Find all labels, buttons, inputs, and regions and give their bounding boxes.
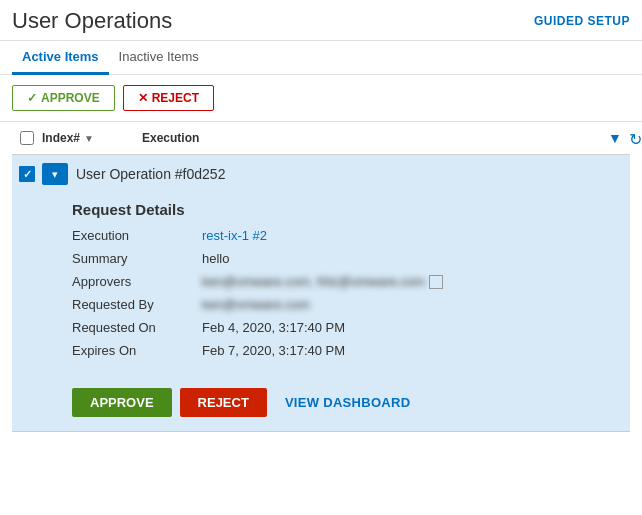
summary-value: hello xyxy=(202,251,229,266)
approve-top-button[interactable]: ✓ APPROVE xyxy=(12,85,115,111)
expand-collapse-button[interactable]: ▾ xyxy=(42,163,68,185)
row-header: ▾ User Operation #f0d252 xyxy=(12,155,630,193)
action-toolbar: ✓ APPROVE ✕ REJECT xyxy=(0,75,642,122)
summary-label: Summary xyxy=(72,251,202,266)
sort-icon[interactable]: ▼ xyxy=(84,133,94,144)
tabs-bar: Active Items Inactive Items xyxy=(0,41,642,75)
index-column-header: Index# ▼ xyxy=(42,131,142,145)
details-section: Request Details Execution rest-ix-1 #2 S… xyxy=(12,193,630,374)
approvers-value-group: ken@vmware.com, fritz@vmware.com xyxy=(202,274,443,289)
approvers-value: ken@vmware.com, fritz@vmware.com xyxy=(202,274,425,289)
reject-top-button[interactable]: ✕ REJECT xyxy=(123,85,214,111)
approvers-label: Approvers xyxy=(72,274,202,289)
detail-expires-on-row: Expires On Feb 7, 2020, 3:17:40 PM xyxy=(72,343,618,358)
reject-x-icon: ✕ xyxy=(138,91,148,105)
requested-on-value: Feb 4, 2020, 3:17:40 PM xyxy=(202,320,345,335)
header: User Operations GUIDED SETUP xyxy=(0,0,642,41)
execution-column-header: Execution xyxy=(142,131,600,145)
approve-main-button[interactable]: APPROVE xyxy=(72,388,172,417)
page-title: User Operations xyxy=(12,8,172,34)
detail-summary-row: Summary hello xyxy=(72,251,618,266)
row-actions: APPROVE REJECT VIEW DASHBOARD xyxy=(12,374,630,431)
content-area: ↻ Index# ▼ Execution ▼ ▾ User Operation … xyxy=(0,122,642,432)
view-dashboard-button[interactable]: VIEW DASHBOARD xyxy=(275,388,421,417)
approvers-checkbox[interactable] xyxy=(429,275,443,289)
expires-on-value: Feb 7, 2020, 3:17:40 PM xyxy=(202,343,345,358)
execution-value[interactable]: rest-ix-1 #2 xyxy=(202,228,267,243)
select-all-checkbox[interactable] xyxy=(20,131,34,145)
refresh-icon[interactable]: ↻ xyxy=(629,130,642,149)
approve-check-icon: ✓ xyxy=(27,91,37,105)
expires-on-label: Expires On xyxy=(72,343,202,358)
table-row: ▾ User Operation #f0d252 Request Details… xyxy=(12,155,630,432)
requested-by-label: Requested By xyxy=(72,297,202,312)
detail-requested-on-row: Requested On Feb 4, 2020, 3:17:40 PM xyxy=(72,320,618,335)
filter-icon[interactable]: ▼ xyxy=(608,130,622,146)
detail-execution-row: Execution rest-ix-1 #2 xyxy=(72,228,618,243)
detail-requested-by-row: Requested By ken@vmware.com xyxy=(72,297,618,312)
details-title: Request Details xyxy=(72,201,618,218)
reject-main-button[interactable]: REJECT xyxy=(180,388,267,417)
guided-setup-link[interactable]: GUIDED SETUP xyxy=(534,14,630,28)
tab-inactive-items[interactable]: Inactive Items xyxy=(109,41,209,75)
table-header: Index# ▼ Execution ▼ xyxy=(12,122,630,155)
tab-active-items[interactable]: Active Items xyxy=(12,41,109,75)
filter-icon-col[interactable]: ▼ xyxy=(600,130,630,146)
requested-on-label: Requested On xyxy=(72,320,202,335)
detail-approvers-row: Approvers ken@vmware.com, fritz@vmware.c… xyxy=(72,274,618,289)
row-title: User Operation #f0d252 xyxy=(76,166,225,182)
execution-label: Execution xyxy=(72,228,202,243)
requested-by-value: ken@vmware.com xyxy=(202,297,310,312)
row-checkbox-checked[interactable] xyxy=(19,166,35,182)
row-checkbox-col xyxy=(12,166,42,182)
header-checkbox-col xyxy=(12,131,42,145)
